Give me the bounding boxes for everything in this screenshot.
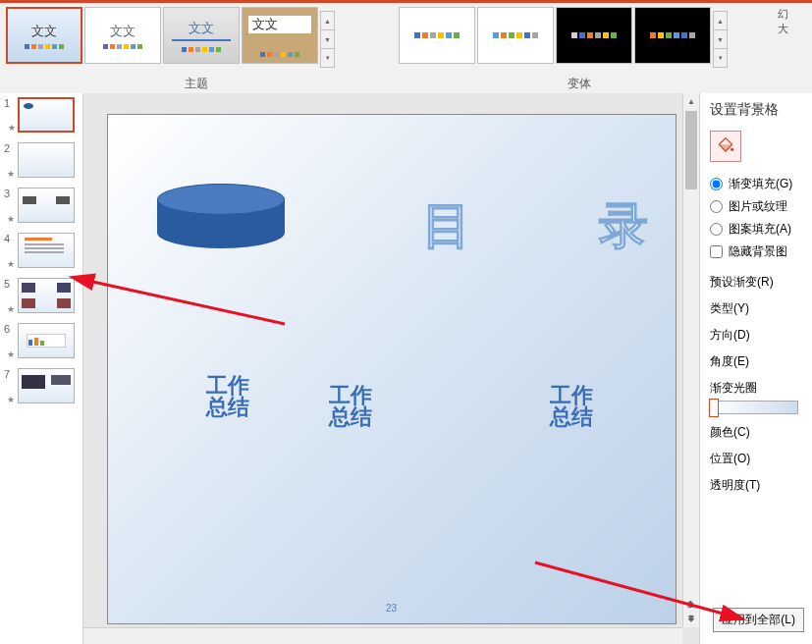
field-transparency[interactable]: 透明度(T) [710,477,808,494]
slide-thumb-6[interactable]: ★ [18,323,75,358]
scroll-up-icon[interactable]: ▲ [683,93,699,110]
theme-thumb-4[interactable]: 文文 [242,7,318,64]
transition-icon: ★ [7,214,15,224]
field-gradient-stops: 渐变光圈 [710,380,808,414]
title-char-2[interactable]: 录 [599,193,648,259]
pane-title: 设置背景格 [710,101,808,119]
gallery-more-icon[interactable]: ▾ [321,49,334,67]
theme-label: 文文 [110,23,135,40]
slide-panel: 1 ★ 2 ★ 3 ★ 4 [0,93,83,644]
slide-thumb-3[interactable]: ★ [18,188,75,223]
work-text-3[interactable]: 工作总结 [550,385,593,428]
checkbox-input[interactable] [710,245,723,258]
theme-thumb-2[interactable]: 文文 [84,7,161,64]
svg-point-0 [731,148,733,151]
scrollbar-thumb[interactable] [685,111,697,189]
ribbon: 文文 文文 文文 文文 ▲ ▼ ▾ [0,0,812,93]
gradient-stop-thumb[interactable] [709,399,719,417]
slide-thumb-7[interactable]: ★ [18,368,75,403]
radio-input[interactable] [710,223,723,236]
theme-thumb-1[interactable]: 文文 [6,7,82,64]
gradient-slider[interactable] [710,401,798,414]
gallery-down-icon[interactable]: ▼ [321,30,334,49]
title-char-1[interactable]: 目 [422,193,471,259]
variant-thumb-2[interactable] [477,7,554,64]
radio-label: 图案填充(A) [729,221,791,238]
transition-icon: ★ [7,169,15,179]
field-color[interactable]: 颜色(C) [710,424,808,441]
variant-thumb-4[interactable] [634,7,711,64]
work-text-2[interactable]: 工作总结 [329,385,372,428]
editor-area: 目 录 工作总结 工作总结 工作总结 23 ▲ ▼ ⯭ ⯯ [83,93,699,644]
variant-gallery: ▲ ▼ ▾ [393,3,766,72]
checkbox-label: 隐藏背景图 [729,243,787,260]
radio-input[interactable] [710,178,723,190]
transition-icon: ★ [7,259,15,269]
field-type[interactable]: 类型(Y) [710,300,808,317]
gallery-up-icon[interactable]: ▲ [714,12,727,30]
transition-icon: ★ [7,349,15,359]
gallery-up-icon[interactable]: ▲ [321,12,334,30]
radio-label: 图片或纹理 [729,198,787,215]
radio-gradient-fill[interactable]: 渐变填充(G) [710,176,808,192]
variant-thumb-3[interactable] [556,7,632,64]
transition-icon: ★ [7,395,15,404]
theme-label: 文文 [252,16,278,33]
gallery-more-icon[interactable]: ▾ [714,49,727,67]
slide-canvas[interactable]: 目 录 工作总结 工作总结 工作总结 23 [107,114,677,624]
gallery-down-icon[interactable]: ▼ [714,30,727,49]
theme-gallery: 文文 文文 文文 文文 ▲ ▼ ▾ [0,3,393,72]
radio-picture-fill[interactable]: 图片或纹理 [710,198,808,215]
field-angle[interactable]: 角度(E) [710,353,808,370]
ribbon-right-label2: 大 [778,22,788,36]
radio-label: 渐变填充(G) [729,176,792,192]
ribbon-right-label1: 幻 [778,7,788,22]
main-area: 1 ★ 2 ★ 3 ★ 4 [0,93,812,644]
variant-gallery-controls: ▲ ▼ ▾ [713,11,728,68]
vertical-scrollbar[interactable]: ▲ ▼ [682,93,699,627]
slide-thumb-1[interactable]: ★ [18,97,75,133]
theme-gallery-controls: ▲ ▼ ▾ [320,11,335,68]
fill-icon[interactable] [710,131,741,162]
check-hide-background[interactable]: 隐藏背景图 [710,243,808,260]
theme-label: 文文 [31,23,57,40]
ribbon-right-controls: 幻 大 [774,3,792,93]
next-slide-icon[interactable]: ⯯ [682,614,699,627]
theme-label: 文文 [189,20,214,37]
format-background-pane: 设置背景格 渐变填充(G) 图片或纹理 图案填充(A) 隐藏背景图 预设渐变(R… [699,93,812,644]
theme-thumb-3[interactable]: 文文 [163,7,240,64]
slide-thumb-2[interactable]: ★ [18,142,75,178]
field-direction[interactable]: 方向(D) [710,327,808,344]
radio-pattern-fill[interactable]: 图案填充(A) [710,221,808,238]
variant-thumb-1[interactable] [399,7,475,64]
page-number: 23 [386,603,397,614]
radio-input[interactable] [710,200,723,213]
transition-icon: ★ [7,304,15,314]
prev-slide-icon[interactable]: ⯭ [682,600,699,614]
work-text-1[interactable]: 工作总结 [206,375,249,418]
cylinder-shape[interactable] [157,184,285,252]
field-preset[interactable]: 预设渐变(R) [710,274,808,291]
transition-icon: ★ [8,123,16,133]
field-position[interactable]: 位置(O) [710,451,808,467]
slide-thumb-5[interactable]: ★ [18,278,75,313]
apply-to-all-button[interactable]: 应用到全部(L) [713,608,804,632]
horizontal-scrollbar[interactable] [83,627,682,644]
slide-thumb-4[interactable]: ★ [18,233,75,268]
